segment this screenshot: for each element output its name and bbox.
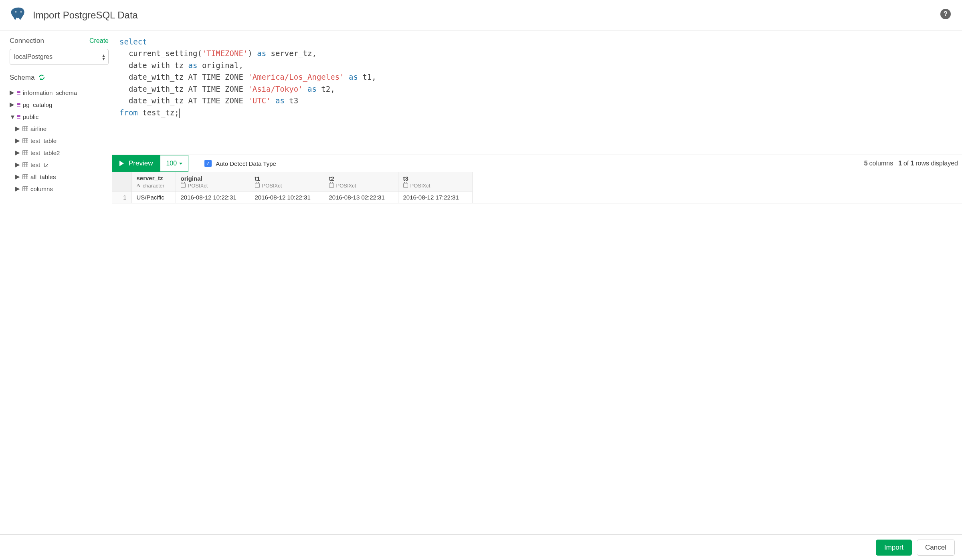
calendar-icon: [329, 183, 334, 188]
cell-t1: 2016-08-12 10:22:31: [250, 191, 324, 203]
column-type: POSIXct: [336, 183, 356, 189]
auto-detect-label: Auto Detect Data Type: [216, 160, 276, 167]
table-item-airline[interactable]: ▶airline: [10, 123, 109, 135]
calendar-icon: [181, 183, 186, 188]
calendar-icon: [255, 183, 260, 188]
preview-button[interactable]: Preview: [112, 155, 160, 172]
preview-button-label: Preview: [129, 159, 153, 167]
table-item-test_table2[interactable]: ▶test_table2: [10, 147, 109, 159]
schema-label: Schema: [10, 74, 34, 82]
column-name: original: [181, 175, 245, 182]
text-type-icon: A: [137, 182, 140, 189]
table-icon: [22, 126, 28, 131]
results-table: server_tzAcharacteroriginalPOSIXctt1POSI…: [112, 172, 473, 203]
schema-icon: ≡: [17, 113, 20, 120]
auto-detect-checkbox[interactable]: ✓: [204, 160, 212, 167]
caret-right-icon: ▶: [15, 173, 20, 180]
cell-t2: 2016-08-13 02:22:31: [324, 191, 398, 203]
column-header-t1[interactable]: t1POSIXct: [250, 172, 324, 191]
caret-right-icon: ▶: [15, 161, 20, 168]
table-icon: [22, 150, 28, 155]
cell-t3: 2016-08-12 17:22:31: [398, 191, 472, 203]
schema-item-label: public: [23, 113, 38, 120]
table-item-label: test_table: [30, 137, 57, 144]
cell-server_tz: US/Pacific: [131, 191, 176, 203]
table-item-test_table[interactable]: ▶test_table: [10, 135, 109, 147]
table-item-test_tz[interactable]: ▶test_tz: [10, 159, 109, 171]
text-cursor: [179, 109, 180, 118]
table-item-label: columns: [30, 185, 53, 192]
sql-editor[interactable]: select current_setting('TIMEZONE') as se…: [112, 30, 962, 155]
table-item-label: all_tables: [30, 173, 56, 180]
table-item-label: test_table2: [30, 149, 60, 156]
column-header-server_tz[interactable]: server_tzAcharacter: [131, 172, 176, 191]
schema-item-label: pg_catalog: [23, 101, 52, 108]
column-header-original[interactable]: originalPOSIXct: [176, 172, 250, 191]
table-icon: [22, 138, 28, 143]
main-panel: select current_setting('TIMEZONE') as se…: [112, 30, 962, 534]
column-header-t3[interactable]: t3POSIXct: [398, 172, 472, 191]
schema-item-public[interactable]: ▼≡public: [10, 111, 109, 123]
rownum-header: [112, 172, 131, 191]
schema-item-information_schema[interactable]: ▶≡information_schema: [10, 87, 109, 99]
schema-icon: ≡: [17, 101, 20, 108]
import-button[interactable]: Import: [876, 540, 912, 556]
table-icon: [22, 186, 28, 191]
connection-select[interactable]: localPostgres ▴▾: [10, 49, 109, 65]
caret-right-icon: ▶: [15, 137, 20, 144]
schema-icon: ≡: [17, 89, 20, 96]
table-icon: [22, 174, 28, 179]
caret-right-icon: ▶: [15, 149, 20, 156]
schema-item-pg_catalog[interactable]: ▶≡pg_catalog: [10, 99, 109, 111]
column-type: POSIXct: [188, 183, 208, 189]
table-item-all_tables[interactable]: ▶all_tables: [10, 171, 109, 183]
column-type: POSIXct: [262, 183, 282, 189]
select-arrows-icon: ▴▾: [102, 54, 105, 60]
chevron-down-icon: [179, 163, 182, 165]
column-name: t1: [255, 175, 319, 182]
dialog-header: Import PostgreSQL Data ?: [0, 0, 962, 30]
row-limit-value: 100: [166, 160, 177, 167]
column-header-t2[interactable]: t2POSIXct: [324, 172, 398, 191]
table-icon: [22, 162, 28, 167]
column-name: server_tz: [137, 175, 171, 181]
result-status: 5columns 1of1rows displayed: [863, 155, 958, 172]
column-name: t3: [403, 175, 467, 182]
caret-right-icon: ▶: [10, 101, 14, 108]
dialog-title: Import PostgreSQL Data: [33, 10, 138, 21]
refresh-icon[interactable]: [38, 74, 45, 82]
create-connection-link[interactable]: Create: [89, 37, 109, 44]
column-name: t2: [329, 175, 393, 182]
sidebar: Connection Create localPostgres ▴▾ Schem…: [0, 30, 112, 534]
row-number: 1: [112, 191, 131, 203]
connection-select-value: localPostgres: [14, 53, 53, 60]
svg-point-3: [21, 11, 22, 12]
caret-right-icon: ▶: [10, 89, 14, 96]
preview-toolbar: Preview 100 ✓ Auto Detect Data Type 5col…: [112, 155, 962, 172]
help-icon[interactable]: ?: [940, 9, 951, 19]
schema-tree: ▶≡information_schema▶≡pg_catalog▼≡public…: [10, 87, 109, 195]
caret-right-icon: ▶: [15, 125, 20, 132]
table-item-columns[interactable]: ▶columns: [10, 183, 109, 195]
table-item-label: test_tz: [30, 161, 48, 168]
play-icon: [119, 161, 124, 166]
table-item-label: airline: [30, 125, 46, 132]
connection-label: Connection: [10, 37, 44, 45]
calendar-icon: [403, 183, 408, 188]
caret-down-icon: ▼: [10, 113, 14, 120]
cancel-button[interactable]: Cancel: [917, 540, 955, 556]
svg-point-2: [16, 11, 16, 12]
postgresql-logo-icon: [10, 6, 27, 24]
table-row[interactable]: 1US/Pacific2016-08-12 10:22:312016-08-12…: [112, 191, 472, 203]
dialog-footer: Import Cancel: [0, 534, 962, 560]
results-pane: server_tzAcharacteroriginalPOSIXctt1POSI…: [112, 172, 962, 203]
schema-item-label: information_schema: [23, 89, 77, 96]
cell-original: 2016-08-12 10:22:31: [176, 191, 250, 203]
row-limit-select[interactable]: 100: [160, 155, 188, 172]
column-type: character: [143, 183, 164, 189]
caret-right-icon: ▶: [15, 185, 20, 192]
column-type: POSIXct: [410, 183, 430, 189]
